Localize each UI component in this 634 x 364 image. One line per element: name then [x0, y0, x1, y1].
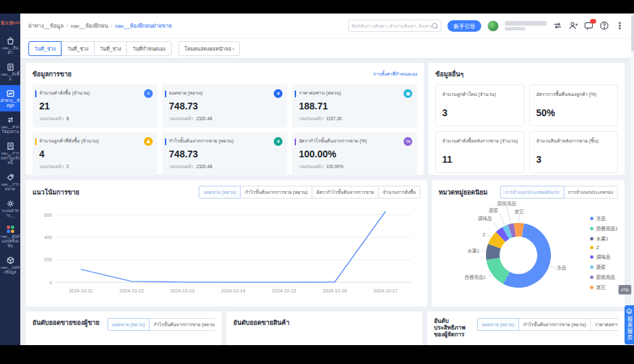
legend-item-6[interactable]: 厨房用品 — [590, 274, 618, 280]
tile-accent — [165, 90, 166, 97]
sidebar-item-label: ฝ่าทาง__ข้อมูล — [1, 99, 20, 108]
date-range-tab-3[interactable]: วันที่กำหนดเอง — [126, 41, 172, 56]
kpi-tile-4[interactable]: กำไรขั้นต้นจากการขาย (หยวน)748.73รอบก่อน… — [162, 132, 287, 176]
kpi-tile-2[interactable]: ราคาต่อท่าน (หยวน)188.71รอบก่อนหน้า1157.… — [292, 84, 417, 128]
sidebar-item-8[interactable]: nav__แหล่งข้อมูล — [0, 252, 20, 278]
svg-text:调味品: 调味品 — [478, 215, 492, 222]
kpi-tile-5[interactable]: อัตรากำไรขั้นต้นจากการขาย (%)100.00%รอบก… — [292, 132, 417, 176]
messages-icon[interactable] — [584, 21, 593, 30]
legend-label: Z — [596, 245, 599, 250]
legend-item-0[interactable]: 冻品 — [590, 215, 618, 222]
breadcrumb-item[interactable]: nav__ห้องฝึกฝน — [70, 23, 107, 29]
app-logo: 聚水潭ERP — [0, 14, 20, 32]
sidebar-item-6[interactable]: ระบบฝ่าทาง__ — [0, 195, 20, 222]
kpi-tile-1[interactable]: ยอดขาย (หยวน)748.73รอบก่อนหน้า2320.48¥ — [162, 84, 287, 128]
legend-dot — [590, 246, 593, 249]
seller-rank-metric-button-1[interactable]: กำไรขั้นต้นจากการขาย (หยวน) — [149, 318, 215, 331]
trend-metric-button-1[interactable]: กำไรขั้นต้นจากการขาย (หยวน) — [240, 186, 312, 199]
legend-item-3[interactable]: Z — [590, 245, 618, 250]
sidebar-item-0[interactable]: nav__สินค้า — [0, 32, 20, 59]
sidebar-item-label: nav__ห่วงโซ่อุปทาน — [1, 125, 20, 134]
kpi-value: 11 — [442, 154, 518, 165]
svg-text:冻品: 冻品 — [557, 265, 566, 271]
popular-categories-card: หมวดหมู่ยอดนิยม การจำแนกประเภทหลักแรกการ… — [432, 180, 625, 307]
sidebar-item-label: nav__แหล่งข้อมูล — [1, 265, 20, 275]
breadcrumb-item[interactable]: nav__ห้องฝึกฝนฝ่ายขาย — [115, 23, 172, 29]
sales-trend-line-chart: 02004006002024-10-112024-10-122024-10-13… — [32, 199, 420, 298]
help-icon[interactable] — [600, 21, 609, 30]
legend-dot — [590, 217, 593, 220]
svg-text:2024-10-16: 2024-10-16 — [322, 288, 347, 293]
profit-icon: ¥ — [274, 137, 283, 146]
kpi-previous: รอบก่อนหน้า100.00% — [299, 163, 412, 170]
breadcrumb-separator: / — [66, 23, 68, 29]
category-metric-button-0[interactable]: การจำแนกประเภทหลักแรก — [500, 186, 564, 199]
date-range-tab-1[interactable]: วันที่_ช่วง — [61, 41, 94, 56]
legend-item-5[interactable]: 蔬菜 — [590, 263, 618, 270]
newbie-guide-button[interactable]: 新手引导 — [447, 20, 481, 32]
avatar[interactable] — [487, 20, 499, 32]
other-kpi-tile-0[interactable]: จำนวนลูกค้าใหม่ (จำนวน)3 — [435, 84, 525, 126]
sidebar-item-3[interactable]: nav__ห่วงโซ่อุปทาน — [0, 111, 20, 138]
kpi-previous: รอบก่อนหน้า2320.48 — [169, 115, 282, 122]
chart-icon — [6, 88, 15, 97]
donut-legend: 冻品西餐用品1水果1Z调味品蔬菜厨房用品其它 — [590, 215, 618, 294]
bag-icon — [6, 36, 15, 45]
sidebar-item-label: nav__ศูนย์แอปพลิเคชัน — [1, 234, 20, 249]
global-search[interactable] — [348, 20, 441, 32]
kpi-tile-3[interactable]: จำนวนลูกค้าที่สั่งซื้อ (จำนวน)4รอบก่อนหน… — [32, 132, 157, 176]
kpi-label: จำนวนสินค้าหลังการขาย (ชิ้น) — [536, 137, 611, 145]
display-mode-button[interactable]: โหมดแสดงผลหน้าจอ › — [178, 41, 240, 56]
manager-ranking-card: อันดับประสิทธิภาพของผู้จัดการ ยอดขาย (หย… — [427, 311, 625, 345]
legend-item-1[interactable]: 西餐用品1 — [590, 225, 618, 232]
kpi-label: อัตรากำไรขั้นต้นจากการขาย (%) — [299, 137, 412, 145]
legend-item-2[interactable]: 水果1 — [590, 235, 618, 242]
search-icon[interactable] — [432, 23, 438, 29]
scrollbar-thumb[interactable] — [631, 15, 634, 51]
dashboard-app: 聚水潭ERP nav__สินค้าnav__สั่งซื้อฝ่าทาง__ข… — [0, 14, 634, 345]
order-icon — [6, 62, 15, 71]
svg-text:2024-10-15: 2024-10-15 — [272, 288, 296, 293]
date-range-tab-2[interactable]: วันที่_ช่วง — [94, 41, 127, 56]
other-kpi-tile-3[interactable]: จำนวนสินค้าหลังการขาย (ชิ้น)3 — [529, 131, 618, 173]
sidebar-item-7[interactable]: nav__ศูนย์แอปพลิเคชัน — [0, 222, 20, 252]
breadcrumb: ฝ่าทาง__ข้อมูล/nav__ห้องฝึกฝน/nav__ห้องฝ… — [28, 22, 172, 30]
legend-item-4[interactable]: 调味品 — [590, 253, 618, 260]
other-kpi-tile-1[interactable]: อัตราการซื้อคืนของลูกค้า (%)50% — [529, 84, 618, 126]
custom-settings-link[interactable]: การตั้งค่าที่กำหนดเอง — [373, 70, 417, 78]
tag-icon — [6, 172, 15, 181]
legend-dot — [590, 286, 593, 289]
category-metric-button-1[interactable]: การจำแนกประเภทรอง — [564, 186, 618, 199]
kpi-value: 3 — [536, 154, 611, 165]
sales-data-card: ข้อมูลการขาย การตั้งค่าที่กำหนดเอง จำนวน… — [26, 63, 424, 175]
trend-metric-button-0[interactable]: ยอดขาย (หยวน) — [199, 186, 241, 199]
sales-trend-card: แนวโน้มการขาย ยอดขาย (หยวน)กำไรขั้นต้นจา… — [26, 180, 427, 307]
kpi-value: 100.00% — [299, 149, 412, 159]
more-menu-icon[interactable] — [615, 21, 625, 30]
breadcrumb-item[interactable]: ฝ่าทาง__ข้อมูล — [28, 23, 64, 29]
kpi-previous: รอบก่อนหน้า8 — [39, 115, 152, 122]
seller-ranking-card: อันดับยอดขายของผู้ขาย ยอดขาย (หยวน)กำไรข… — [26, 311, 222, 345]
manager-rank-metric-button-2[interactable]: ราคาต่อท่าน (หยวน) — [590, 318, 618, 331]
other-kpi-tile-2[interactable]: จำนวนคำสั่งซื้อหลังการขาย (จำนวน)11 — [435, 131, 525, 173]
kpi-tile-0[interactable]: จำนวนคำสั่งซื้อ (จำนวน)21รอบก่อนหน้า8≡ — [32, 84, 157, 128]
trend-metric-button-2[interactable]: อัตรากำไรขั้นต้นจากการขาย — [312, 186, 379, 199]
page-scrollbar[interactable] — [631, 14, 634, 345]
yuan-icon: ¥ — [274, 89, 283, 98]
legend-item-7[interactable]: 其它 — [590, 284, 618, 290]
report-service-ribbon[interactable]: ⊖ 报表服务 — [625, 305, 634, 344]
switch-account-icon[interactable] — [553, 21, 562, 30]
seller-rank-metric-button-0[interactable]: ยอดขาย (หยวน) — [107, 318, 149, 331]
sidebar-item-5[interactable]: nav__การตลาด — [0, 169, 20, 195]
sidebar-item-label: nav__สั่งซื้อ — [1, 72, 20, 82]
manager-rank-metric-button-1[interactable]: กำไรขั้นต้นจากการขาย (หยวน) — [518, 318, 591, 331]
search-input[interactable] — [351, 24, 432, 28]
sidebar-item-1[interactable]: nav__สั่งซื้อ — [0, 59, 20, 85]
trend-metric-button-3[interactable]: จำนวนการสั่งซื้อ — [378, 186, 420, 199]
sidebar-item-4[interactable]: nav__การออกใบแจ้งหนี้ — [0, 138, 20, 169]
manager-rank-metric-button-0[interactable]: ยอดขาย (หยวน) — [477, 318, 519, 331]
gear-icon — [6, 199, 15, 207]
contact-add-icon[interactable] — [568, 21, 578, 30]
sidebar-item-2[interactable]: ฝ่าทาง__ข้อมูล — [0, 85, 20, 111]
date-range-tab-0[interactable]: วันที่_ช่วง — [28, 41, 62, 56]
